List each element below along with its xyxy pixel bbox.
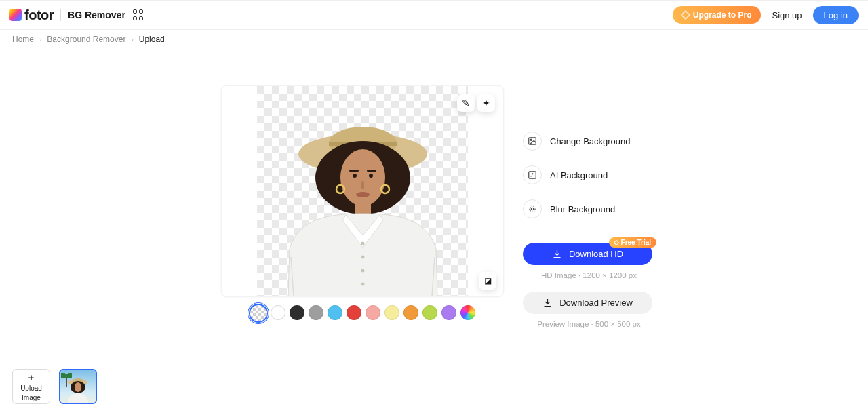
- brand-logo[interactable]: fotor: [9, 7, 54, 23]
- app-header: fotor BG Remover Upgrade to Pro Sign up …: [0, 0, 868, 30]
- svg-point-22: [530, 206, 535, 212]
- swatch-gray[interactable]: [309, 305, 323, 320]
- action-panel: Change Background AI Background Blur Bac…: [523, 85, 655, 340]
- login-label: Log in: [824, 10, 848, 20]
- divider: [60, 9, 61, 21]
- login-button[interactable]: Log in: [813, 6, 859, 24]
- crumb-current: Upload: [139, 35, 165, 44]
- image-canvas: ✎ ✦ ◪: [221, 85, 504, 297]
- download-icon: [552, 249, 562, 259]
- swatch-orange[interactable]: [403, 305, 418, 320]
- thumb-subject: [64, 376, 92, 403]
- diamond-icon: [681, 10, 690, 20]
- canvas-area: ✎ ✦ ◪: [221, 85, 504, 340]
- compare-button[interactable]: ◪: [479, 272, 496, 290]
- option-label: Blur Background: [550, 204, 615, 214]
- swatch-violet[interactable]: [441, 305, 456, 320]
- blur-icon: [523, 199, 542, 218]
- pencil-icon: ✎: [462, 98, 470, 108]
- preview-meta: Preview Image · 500 × 500 px: [523, 320, 655, 328]
- swatch-pink[interactable]: [366, 305, 380, 320]
- swatch-transparent[interactable]: [250, 305, 267, 321]
- svg-rect-20: [529, 172, 536, 179]
- header-right: Upgrade to Pro Sign up Log in: [673, 6, 859, 24]
- blur-background-option[interactable]: Blur Background: [523, 199, 655, 218]
- thumbnail-strip: + Upload Image: [12, 369, 97, 404]
- badge-label: Free Trial: [621, 239, 651, 246]
- plus-icon: +: [28, 372, 35, 383]
- hd-meta: HD Image · 1200 × 1200 px: [523, 271, 655, 279]
- image-icon: [523, 132, 542, 151]
- swatch-lemon[interactable]: [384, 305, 399, 320]
- apps-grid-icon[interactable]: [132, 9, 144, 21]
- chevron-right-icon: ›: [39, 36, 41, 43]
- download-hd-label: Download HD: [569, 249, 623, 259]
- svg-point-21: [531, 208, 534, 210]
- thumbnail-selected[interactable]: [59, 369, 97, 404]
- diamond-icon: [613, 239, 618, 245]
- option-label: AI Background: [550, 170, 608, 180]
- download-preview-label: Download Preview: [559, 298, 633, 308]
- download-icon: [542, 298, 553, 308]
- logo-icon: [9, 9, 22, 21]
- background-swatches: [250, 305, 475, 321]
- main-area: ✎ ✦ ◪ Change Background AI Background: [0, 49, 868, 340]
- tool-title: BG Remover: [68, 9, 125, 20]
- magic-wand-icon: ✦: [482, 98, 490, 108]
- logo-text: fotor: [24, 7, 54, 23]
- ai-background-option[interactable]: AI Background: [523, 165, 655, 184]
- upgrade-button[interactable]: Upgrade to Pro: [673, 6, 762, 24]
- option-label: Change Background: [550, 136, 631, 146]
- crumb-home[interactable]: Home: [12, 35, 34, 44]
- swatch-sky[interactable]: [328, 305, 342, 320]
- free-trial-badge: Free Trial: [609, 237, 656, 248]
- upload-label-2: Image: [22, 394, 41, 402]
- breadcrumb: Home › Background Remover › Upload: [0, 30, 868, 49]
- chevron-right-icon: ›: [131, 36, 133, 43]
- swatch-red[interactable]: [347, 305, 361, 320]
- magic-retouch-button[interactable]: ✦: [477, 94, 495, 112]
- transparency-checker: [257, 86, 468, 296]
- signup-link[interactable]: Sign up: [772, 10, 802, 20]
- crumb-bg-remover[interactable]: Background Remover: [47, 35, 125, 44]
- change-background-option[interactable]: Change Background: [523, 132, 655, 151]
- download-hd-wrapper: Free Trial Download HD: [523, 243, 655, 265]
- upgrade-label: Upgrade to Pro: [693, 10, 752, 20]
- edit-pencil-button[interactable]: ✎: [457, 94, 475, 112]
- download-preview-button[interactable]: Download Preview: [523, 292, 652, 314]
- swatch-white[interactable]: [271, 305, 285, 320]
- sparkle-image-icon: [523, 165, 542, 184]
- swatch-black[interactable]: [290, 305, 304, 320]
- upload-label-1: Upload: [20, 384, 42, 393]
- compare-icon: ◪: [484, 276, 492, 285]
- swatch-lime[interactable]: [422, 305, 437, 320]
- header-left: fotor BG Remover: [9, 7, 144, 23]
- upload-image-button[interactable]: + Upload Image: [12, 369, 50, 404]
- svg-point-26: [75, 382, 81, 392]
- svg-point-19: [530, 139, 532, 140]
- swatch-rainbow[interactable]: [460, 305, 475, 320]
